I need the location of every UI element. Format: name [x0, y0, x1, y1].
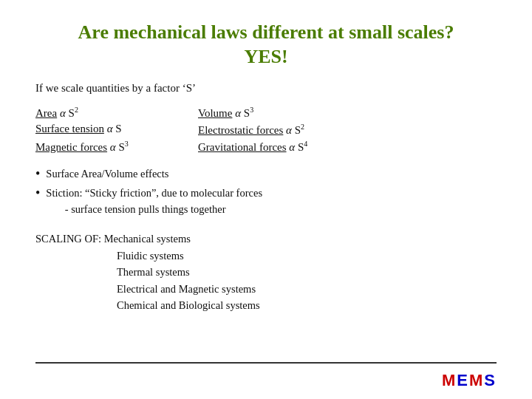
mems-e: E	[457, 371, 469, 389]
slide: Are mechanical laws different at small s…	[0, 0, 532, 399]
mems-m2: M	[469, 371, 484, 389]
table-cell-gravitational: Gravitational forces α S4	[198, 139, 497, 154]
title-line2: YES!	[35, 45, 497, 69]
bullet-text-2: Stiction: “Sticky friction”, due to mole…	[46, 185, 497, 218]
title-line1: Are mechanical laws different at small s…	[35, 21, 497, 45]
bullet-dot-2: •	[35, 185, 40, 202]
bullet-1: • Surface Area/Volume effects	[35, 166, 497, 183]
bottom-divider	[35, 362, 497, 364]
bullet-text-1: Surface Area/Volume effects	[46, 166, 497, 183]
bullets-section: • Surface Area/Volume effects • Stiction…	[35, 166, 497, 217]
scaling-item-2: Thermal systems	[35, 264, 497, 280]
table-cell-electrostatic: Electrostatic forces α S2	[198, 122, 497, 137]
mems-m1: M	[442, 371, 457, 389]
scaling-item-1: Fluidic systems	[35, 248, 497, 264]
mems-s: S	[484, 371, 497, 389]
bullet-dot-1: •	[35, 166, 40, 183]
scaling-section: SCALING OF: Mechanical systems Fluidic s…	[35, 231, 497, 313]
table-cell-area: Area α S2	[35, 105, 198, 120]
scaling-of-label: SCALING OF:	[35, 233, 101, 245]
scaling-item-0: Mechanical systems	[104, 233, 191, 245]
mems-logo: MEMS	[442, 371, 497, 390]
intro-text: If we scale quantities by a factor ‘S’	[35, 82, 497, 95]
slide-title: Are mechanical laws different at small s…	[35, 21, 497, 69]
table-cell-magnetic: Magnetic forces α S3	[35, 139, 198, 154]
scaling-item-3: Electrical and Magnetic systems	[35, 281, 497, 297]
scaling-item-4: Chemical and Biological systems	[35, 297, 497, 313]
scaling-table: Area α S2 Volume α S3 Surface tension α …	[35, 105, 497, 154]
table-cell-volume: Volume α S3	[198, 105, 497, 120]
table-cell-surface-tension: Surface tension α S	[35, 122, 198, 137]
scaling-of-row: SCALING OF: Mechanical systems	[35, 231, 497, 247]
bullet-2: • Stiction: “Sticky friction”, due to mo…	[35, 185, 497, 218]
